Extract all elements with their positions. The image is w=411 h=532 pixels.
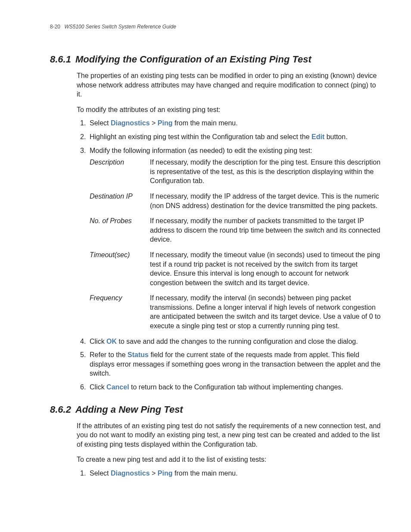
definition-row: Frequency If necessary, modify the inter…: [90, 293, 381, 330]
definition-row: No. of Probes If necessary, modify the n…: [90, 216, 381, 244]
definition-row: Timeout(sec) If necessary, modify the ti…: [90, 250, 381, 287]
step-item: 5. Refer to the Status field for the cur…: [80, 350, 381, 378]
document-page: 8-20 WS5100 Series Switch System Referen…: [0, 0, 411, 532]
step-item: 1. Select Diagnostics > Ping from the ma…: [80, 118, 381, 128]
ordered-steps: 1. Select Diagnostics > Ping from the ma…: [80, 469, 381, 478]
step-text: Modify the following information (as nee…: [90, 147, 312, 154]
step-item: 6. Click Cancel to return back to the Co…: [80, 383, 381, 392]
step-text: from the main menu.: [173, 470, 238, 477]
step-marker: 6.: [80, 383, 86, 392]
section-title: Adding a New Ping Test: [75, 404, 183, 415]
keyword: Cancel: [106, 383, 129, 391]
separator: >: [150, 470, 158, 477]
running-header: 8-20 WS5100 Series Switch System Referen…: [50, 24, 381, 30]
step-text: to return back to the Configuration tab …: [129, 383, 343, 391]
step-item: 1. Select Diagnostics > Ping from the ma…: [80, 469, 381, 478]
definition-desc: If necessary, modify the number of packe…: [150, 216, 381, 244]
definition-desc: If necessary, modify the IP address of t…: [150, 192, 381, 210]
step-text: Click: [90, 338, 106, 345]
step-text: Refer to the: [90, 351, 128, 358]
step-marker: 1.: [80, 469, 86, 478]
section-title: Modifying the Configuration of an Existi…: [75, 54, 311, 65]
step-text: from the main menu.: [173, 119, 238, 127]
step-marker: 5.: [80, 350, 86, 360]
step-text: Click: [90, 383, 106, 391]
keyword: OK: [106, 338, 117, 345]
step-item: 2. Highlight an existing ping test withi…: [80, 132, 381, 142]
step-text: Select: [90, 119, 111, 127]
intro-paragraph: If the attributes of an existing ping te…: [77, 421, 381, 449]
step-text: to save and add the changes to the runni…: [117, 338, 358, 345]
lead-in-paragraph: To create a new ping test and add it to …: [77, 455, 381, 464]
definition-list: Description If necessary, modify the des…: [90, 158, 381, 331]
keyword: Ping: [158, 470, 173, 477]
definition-term: Description: [90, 158, 150, 167]
definition-term: No. of Probes: [90, 216, 150, 226]
definition-desc: If necessary, modify the interval (in se…: [150, 293, 381, 330]
ordered-steps: 1. Select Diagnostics > Ping from the ma…: [80, 118, 381, 392]
section-heading: 8.6.2 Adding a New Ping Test: [50, 404, 381, 415]
step-marker: 4.: [80, 337, 86, 346]
doc-title: WS5100 Series Switch System Reference Gu…: [64, 24, 176, 30]
definition-desc: If necessary, modify the description for…: [150, 158, 381, 186]
step-text: Select: [90, 470, 111, 477]
lead-in-paragraph: To modify the attributes of an existing …: [77, 105, 381, 115]
step-marker: 1.: [80, 118, 86, 128]
step-text: button.: [324, 133, 347, 140]
step-item: 4. Click OK to save and add the changes …: [80, 337, 381, 346]
keyword: Diagnostics: [111, 470, 150, 477]
section-number: 8.6.1: [50, 54, 71, 65]
step-marker: 2.: [80, 132, 86, 142]
separator: >: [150, 119, 158, 127]
intro-paragraph: The properties of an existing ping tests…: [77, 71, 381, 99]
step-text: Highlight an existing ping test within t…: [90, 133, 311, 140]
definition-term: Frequency: [90, 293, 150, 303]
section-heading: 8.6.1 Modifying the Configuration of an …: [50, 54, 381, 65]
definition-row: Description If necessary, modify the des…: [90, 158, 381, 186]
keyword: Status: [128, 351, 149, 358]
section-number: 8.6.2: [50, 404, 71, 415]
keyword: Diagnostics: [111, 119, 150, 127]
step-item: 3. Modify the following information (as …: [80, 146, 381, 331]
definition-row: Destination IP If necessary, modify the …: [90, 192, 381, 210]
keyword: Ping: [158, 119, 173, 127]
keyword: Edit: [311, 133, 324, 140]
definition-term: Destination IP: [90, 192, 150, 201]
section-body: If the attributes of an existing ping te…: [50, 421, 381, 478]
definition-desc: If necessary, modify the timeout value (…: [150, 250, 381, 287]
page-number: 8-20: [50, 24, 60, 30]
section-body: The properties of an existing ping tests…: [50, 71, 381, 392]
step-marker: 3.: [80, 146, 86, 156]
definition-term: Timeout(sec): [90, 250, 150, 260]
